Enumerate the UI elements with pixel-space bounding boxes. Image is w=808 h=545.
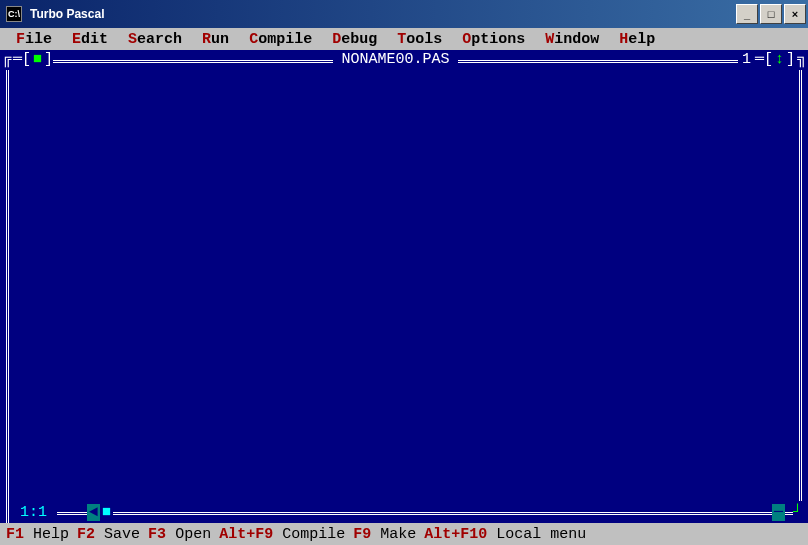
menu-tools[interactable]: Tools [387, 31, 452, 48]
menu-window[interactable]: Window [535, 31, 609, 48]
hotkey-open[interactable]: F3 Open [148, 526, 211, 543]
frame-segment: ═[ [755, 50, 773, 70]
editor-text-area[interactable] [6, 70, 802, 501]
frame-line [57, 512, 87, 515]
editor-window: ╔ ═[ ■ ] NONAME00.PAS 1 ═[ ↕ ] ╗ 1:1 ◄ ■… [0, 50, 808, 523]
cursor-position: 1:1 [10, 504, 57, 521]
frame-segment: ] [786, 50, 795, 70]
menu-options[interactable]: Options [452, 31, 535, 48]
menu-help[interactable]: Help [609, 31, 665, 48]
scroll-right-icon[interactable]: ─ [772, 504, 785, 521]
hotkey-compile[interactable]: Alt+F9 Compile [219, 526, 345, 543]
frame-segment: ] [44, 50, 53, 70]
hotkey-make[interactable]: F9 Make [353, 526, 416, 543]
hotkey-localmenu[interactable]: Alt+F10 Local menu [424, 526, 586, 543]
menu-file[interactable]: File [6, 31, 62, 48]
menu-search[interactable]: Search [118, 31, 192, 48]
hotkey-save[interactable]: F2 Save [77, 526, 140, 543]
scroll-thumb[interactable]: ■ [100, 504, 113, 521]
resize-corner-icon[interactable]: ┘ [793, 504, 802, 521]
frame-corner-tr: ╗ [795, 50, 808, 70]
scroll-left-icon[interactable]: ◄ [87, 504, 100, 521]
window-title: Turbo Pascal [26, 7, 736, 21]
minimize-button[interactable]: _ [736, 4, 758, 24]
menu-compile[interactable]: Compile [239, 31, 322, 48]
frame-segment: ═[ [13, 50, 31, 70]
editor-close-icon[interactable]: ■ [31, 50, 44, 70]
frame-line [458, 60, 738, 63]
menu-bar: File Edit Search Run Compile Debug Tools… [0, 28, 808, 50]
menu-debug[interactable]: Debug [322, 31, 387, 48]
menu-edit[interactable]: Edit [62, 31, 118, 48]
app-icon: C:\ [6, 6, 22, 22]
editor-filename: NONAME00.PAS [333, 50, 457, 70]
hotkey-help[interactable]: F1 Help [6, 526, 69, 543]
editor-window-number: 1 [738, 50, 755, 70]
frame-line [53, 60, 333, 63]
frame-corner-tl: ╔ [0, 50, 13, 70]
menu-run[interactable]: Run [192, 31, 239, 48]
close-button[interactable]: × [784, 4, 806, 24]
frame-line [785, 512, 793, 515]
scroll-track[interactable] [113, 512, 772, 515]
status-bar: F1 Help F2 Save F3 Open Alt+F9 Compile F… [0, 523, 808, 545]
editor-zoom-icon[interactable]: ↕ [773, 50, 786, 70]
window-titlebar: C:\ Turbo Pascal _ □ × [0, 0, 808, 28]
maximize-button[interactable]: □ [760, 4, 782, 24]
